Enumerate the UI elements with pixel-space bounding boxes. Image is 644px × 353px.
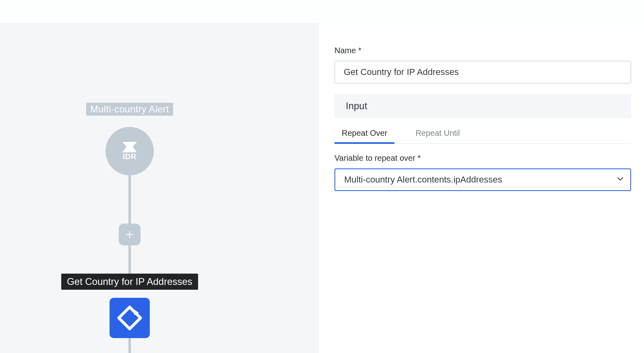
loop-mode-tabs: Repeat Over Repeat Until bbox=[334, 129, 631, 144]
loop-step-label[interactable]: Get Country for IP Addresses bbox=[61, 274, 198, 290]
workflow-canvas[interactable]: Multi-country Alert IDR Get Country for … bbox=[0, 23, 318, 353]
tab-repeat-until[interactable]: Repeat Until bbox=[415, 129, 460, 143]
loop-icon bbox=[116, 304, 144, 332]
connector-line bbox=[128, 245, 131, 274]
trigger-icon-label: IDR bbox=[123, 152, 136, 161]
workflow-column: Multi-country Alert IDR Get Country for … bbox=[61, 103, 198, 353]
add-step-button[interactable] bbox=[119, 224, 140, 245]
configure-loop-panel: Configure Loop Name * Input Repeat Over … bbox=[318, 0, 644, 353]
tab-repeat-over[interactable]: Repeat Over bbox=[342, 129, 387, 143]
name-field-label: Name * bbox=[334, 46, 631, 55]
plus-icon bbox=[124, 229, 135, 240]
variable-field-label: Variable to repeat over * bbox=[334, 154, 631, 163]
name-input[interactable] bbox=[334, 61, 631, 83]
idr-logo-icon bbox=[121, 141, 138, 153]
variable-select[interactable]: Multi-country Alert.contents.ipAddresses bbox=[334, 168, 631, 191]
variable-select-value[interactable]: Multi-country Alert.contents.ipAddresses bbox=[334, 168, 631, 191]
trigger-label[interactable]: Multi-country Alert bbox=[86, 103, 173, 116]
connector-line bbox=[128, 175, 131, 224]
connector-line bbox=[128, 338, 131, 353]
app-header-strip bbox=[0, 0, 644, 23]
loop-step-node[interactable] bbox=[109, 298, 150, 338]
trigger-node[interactable]: IDR bbox=[105, 127, 154, 175]
input-section-header: Input bbox=[334, 94, 631, 118]
